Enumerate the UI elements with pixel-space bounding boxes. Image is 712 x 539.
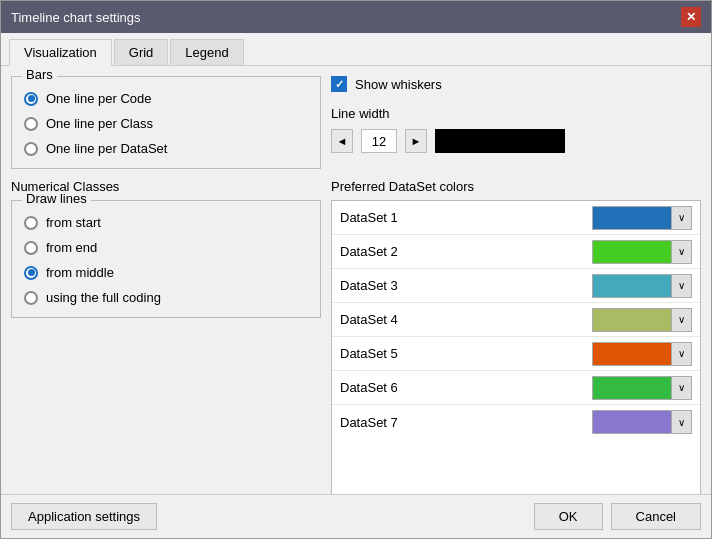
line-width-value[interactable]: 12 <box>361 129 397 153</box>
radio-one-line-class[interactable]: One line per Class <box>24 116 308 131</box>
numerical-classes-section: Numerical Classes Draw lines from start … <box>11 179 321 484</box>
dataset-color-picker-7[interactable]: ∨ <box>592 410 692 434</box>
line-width-row: ◄ 12 ► <box>331 129 701 153</box>
top-section: Bars One line per Code One line per Clas… <box>11 76 701 179</box>
radio-label-class: One line per Class <box>46 116 153 131</box>
dataset-colors-title: Preferred DataSet colors <box>331 179 701 194</box>
app-settings-button[interactable]: Application settings <box>11 503 157 530</box>
dataset-row: DataSet 7∨ <box>332 405 700 439</box>
radio-label-full: using the full coding <box>46 290 161 305</box>
dataset-color-swatch-3 <box>593 275 671 297</box>
dataset-row: DataSet 3∨ <box>332 269 700 303</box>
dataset-name-7: DataSet 7 <box>340 415 592 430</box>
dataset-name-5: DataSet 5 <box>340 346 592 361</box>
dataset-color-dropdown-arrow-5[interactable]: ∨ <box>671 343 691 365</box>
radio-label-middle: from middle <box>46 265 114 280</box>
radio-indicator-end <box>24 241 38 255</box>
line-width-preview <box>435 129 565 153</box>
dataset-name-4: DataSet 4 <box>340 312 592 327</box>
radio-label-start: from start <box>46 215 101 230</box>
cancel-button[interactable]: Cancel <box>611 503 701 530</box>
dataset-color-picker-4[interactable]: ∨ <box>592 308 692 332</box>
dataset-list-container: DataSet 1∨DataSet 2∨DataSet 3∨DataSet 4∨… <box>331 200 701 494</box>
radio-one-line-code[interactable]: One line per Code <box>24 91 308 106</box>
dataset-color-dropdown-arrow-6[interactable]: ∨ <box>671 377 691 399</box>
dataset-list[interactable]: DataSet 1∨DataSet 2∨DataSet 3∨DataSet 4∨… <box>332 201 700 494</box>
dataset-row: DataSet 1∨ <box>332 201 700 235</box>
tab-visualization[interactable]: Visualization <box>9 39 112 66</box>
footer: Application settings OK Cancel <box>1 494 711 538</box>
dataset-name-1: DataSet 1 <box>340 210 592 225</box>
dataset-color-swatch-2 <box>593 241 671 263</box>
bars-radio-group: One line per Code One line per Class One… <box>24 91 308 156</box>
radio-from-end[interactable]: from end <box>24 240 308 255</box>
tab-legend[interactable]: Legend <box>170 39 243 65</box>
dataset-color-dropdown-arrow-7[interactable]: ∨ <box>671 411 691 433</box>
bars-section: Bars One line per Code One line per Clas… <box>11 76 321 179</box>
line-width-label: Line width <box>331 106 701 121</box>
close-button[interactable]: ✕ <box>681 7 701 27</box>
dialog: Timeline chart settings ✕ Visualization … <box>0 0 712 539</box>
radio-label-dataset: One line per DataSet <box>46 141 167 156</box>
radio-indicator-code <box>24 92 38 106</box>
radio-label-code: One line per Code <box>46 91 152 106</box>
radio-indicator-start <box>24 216 38 230</box>
dataset-color-picker-2[interactable]: ∨ <box>592 240 692 264</box>
dataset-color-swatch-5 <box>593 343 671 365</box>
bars-group-title: Bars <box>22 67 57 82</box>
line-width-decrease-button[interactable]: ◄ <box>331 129 353 153</box>
dataset-name-2: DataSet 2 <box>340 244 592 259</box>
ok-button[interactable]: OK <box>534 503 603 530</box>
radio-one-line-dataset[interactable]: One line per DataSet <box>24 141 308 156</box>
radio-label-end: from end <box>46 240 97 255</box>
footer-buttons: OK Cancel <box>534 503 701 530</box>
line-width-section: Line width ◄ 12 ► <box>331 106 701 153</box>
dataset-name-6: DataSet 6 <box>340 380 592 395</box>
dataset-color-swatch-1 <box>593 207 671 229</box>
dataset-color-dropdown-arrow-4[interactable]: ∨ <box>671 309 691 331</box>
dataset-color-dropdown-arrow-3[interactable]: ∨ <box>671 275 691 297</box>
dialog-title: Timeline chart settings <box>11 10 141 25</box>
radio-indicator-middle <box>24 266 38 280</box>
dataset-color-swatch-6 <box>593 377 671 399</box>
show-whiskers-checkbox[interactable] <box>331 76 347 92</box>
dataset-color-picker-5[interactable]: ∨ <box>592 342 692 366</box>
tab-bar: Visualization Grid Legend <box>1 33 711 66</box>
dataset-colors-section: Preferred DataSet colors DataSet 1∨DataS… <box>331 179 701 484</box>
right-top-section: Show whiskers Line width ◄ 12 ► <box>331 76 701 179</box>
title-bar: Timeline chart settings ✕ <box>1 1 711 33</box>
dataset-color-swatch-7 <box>593 411 671 433</box>
radio-indicator-dataset <box>24 142 38 156</box>
line-width-increase-button[interactable]: ► <box>405 129 427 153</box>
bars-group: Bars One line per Code One line per Clas… <box>11 76 321 169</box>
radio-full-coding[interactable]: using the full coding <box>24 290 308 305</box>
dataset-color-picker-1[interactable]: ∨ <box>592 206 692 230</box>
dataset-color-picker-6[interactable]: ∨ <box>592 376 692 400</box>
draw-lines-radio-group: from start from end from middle usi <box>24 215 308 305</box>
radio-indicator-full <box>24 291 38 305</box>
bottom-section: Numerical Classes Draw lines from start … <box>11 179 701 484</box>
dataset-color-dropdown-arrow-2[interactable]: ∨ <box>671 241 691 263</box>
dataset-row: DataSet 5∨ <box>332 337 700 371</box>
main-content: Bars One line per Code One line per Clas… <box>1 66 711 494</box>
dataset-color-swatch-4 <box>593 309 671 331</box>
dataset-name-3: DataSet 3 <box>340 278 592 293</box>
draw-lines-title: Draw lines <box>22 191 91 206</box>
dataset-row: DataSet 2∨ <box>332 235 700 269</box>
dataset-row: DataSet 4∨ <box>332 303 700 337</box>
draw-lines-group: Draw lines from start from end from m <box>11 200 321 318</box>
radio-from-middle[interactable]: from middle <box>24 265 308 280</box>
radio-from-start[interactable]: from start <box>24 215 308 230</box>
whiskers-row: Show whiskers <box>331 76 701 92</box>
dataset-color-dropdown-arrow-1[interactable]: ∨ <box>671 207 691 229</box>
show-whiskers-label: Show whiskers <box>355 77 442 92</box>
dataset-row: DataSet 6∨ <box>332 371 700 405</box>
radio-indicator-class <box>24 117 38 131</box>
tab-grid[interactable]: Grid <box>114 39 169 65</box>
dataset-color-picker-3[interactable]: ∨ <box>592 274 692 298</box>
